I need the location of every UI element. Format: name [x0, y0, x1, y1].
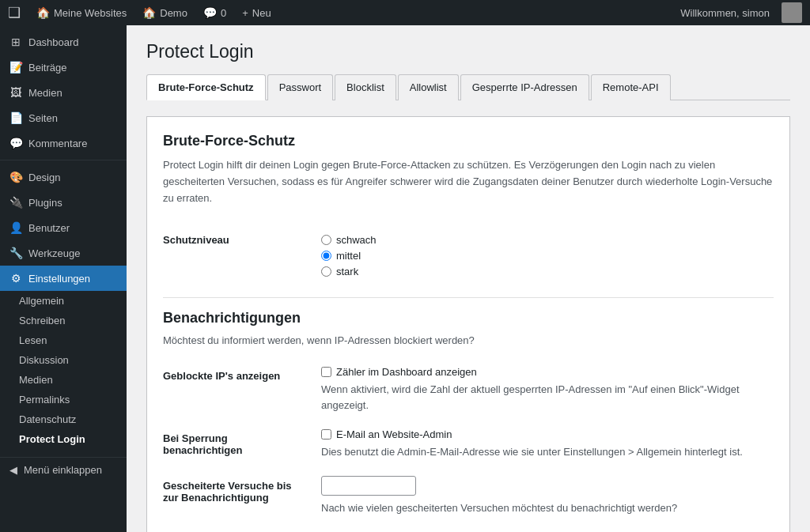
geblockte-ip-field: Zähler im Dashboard anzeigen Wenn aktivi…: [321, 358, 774, 421]
sidebar-item-dashboard[interactable]: ⊞ Dashboard: [0, 29, 127, 55]
brute-force-title: Brute-Force-Schutz: [163, 133, 774, 149]
geblockte-ip-row: Geblockte IP's anzeigen Zähler im Dashbo…: [163, 358, 774, 421]
sidebar-item-seiten[interactable]: 📄 Seiten: [0, 105, 127, 130]
zaehler-checkbox[interactable]: [321, 367, 331, 377]
comment-icon: 💬: [203, 6, 217, 19]
demo-home-icon: 🏠: [142, 6, 156, 19]
email-desc: Dies benutzt die Admin-E-Mail-Adresse wi…: [321, 444, 774, 460]
sidebar-sub-medien[interactable]: Medien: [0, 370, 127, 390]
tab-remote-api[interactable]: Remote-API: [591, 74, 671, 100]
schutzniveau-label: Schutzniveau: [163, 222, 321, 285]
sidebar-item-design[interactable]: 🎨 Design: [0, 164, 127, 190]
benachrichtigungen-desc: Möchtest du informiert werden, wenn IP-A…: [163, 334, 774, 346]
beitraege-icon: 📝: [9, 61, 22, 74]
tab-blocklist[interactable]: Blocklist: [335, 74, 396, 100]
form-table-notifications: Geblockte IP's anzeigen Zähler im Dashbo…: [163, 358, 774, 524]
einstellungen-icon: ⚙: [9, 272, 22, 285]
sidebar-item-benutzer[interactable]: 👤 Benutzer: [0, 215, 127, 240]
admin-bar-demo[interactable]: 🏠 Demo: [134, 0, 195, 25]
sidebar-sub-datenschutz[interactable]: Datenschutz: [0, 409, 127, 429]
sidebar-item-kommentare[interactable]: 💬 Kommentare: [0, 130, 127, 156]
gescheiterte-versuche-input[interactable]: 3: [321, 476, 416, 496]
email-checkbox[interactable]: [321, 429, 331, 440]
radio-stark[interactable]: stark: [321, 266, 774, 277]
zaehler-checkbox-row: Zähler im Dashboard anzeigen: [321, 366, 774, 378]
tab-passwort[interactable]: Passwort: [267, 74, 333, 100]
sidebar-item-medien[interactable]: 🖼 Medien: [0, 80, 127, 105]
zaehler-desc: Wenn aktiviert, wird die Zahl der aktuel…: [321, 382, 774, 413]
radio-group-schutzniveau: schwach mittel stark: [321, 230, 774, 277]
tab-brute-force[interactable]: Brute-Force-Schutz: [146, 74, 266, 100]
gescheiterte-versuche-label: Gescheiterte Versuche bis zur Benachrich…: [163, 468, 321, 524]
welcome-text: Willkommen, simon: [672, 7, 778, 19]
admin-bar-my-websites[interactable]: 🏠 Meine Websites: [28, 0, 134, 25]
sidebar-item-beitraege[interactable]: 📝 Beiträge: [0, 55, 127, 80]
dashboard-icon: ⊞: [9, 36, 22, 48]
radio-stark-input[interactable]: [321, 266, 331, 277]
home-icon: 🏠: [36, 6, 50, 19]
bei-sperrung-field: E-Mail an Website-Admin Dies benutzt die…: [321, 421, 774, 468]
sidebar-collapse-button[interactable]: ◀ Menü einklappen: [0, 457, 127, 482]
admin-bar-new[interactable]: + Neu: [234, 0, 278, 25]
tab-gesperrte-ip[interactable]: Gesperrte IP-Adressen: [460, 74, 589, 100]
bei-sperrung-label: Bei Sperrung benachrichtigen: [163, 421, 321, 468]
brute-force-desc: Protect Login hilft dir deinen Login geg…: [163, 157, 774, 206]
gescheiterte-versuche-row: Gescheiterte Versuche bis zur Benachrich…: [163, 468, 774, 524]
design-icon: 🎨: [9, 171, 22, 183]
admin-bar-right: Willkommen, simon: [672, 2, 802, 23]
sidebar-sub-protect-login[interactable]: Protect Login: [0, 429, 127, 449]
sidebar-item-plugins[interactable]: 🔌 Plugins: [0, 190, 127, 215]
email-checkbox-label: E-Mail an Website-Admin: [336, 428, 452, 440]
schutzniveau-field: schwach mittel stark: [321, 222, 774, 285]
separator-1: [163, 297, 774, 298]
schutzniveau-row: Schutzniveau schwach mittel: [163, 222, 774, 285]
sidebar-sub-lesen[interactable]: Lesen: [0, 330, 127, 350]
radio-schwach-input[interactable]: [321, 235, 331, 245]
layout: ⊞ Dashboard 📝 Beiträge 🖼 Medien 📄 Seiten…: [0, 25, 810, 532]
sidebar-sub-permalinks[interactable]: Permalinks: [0, 390, 127, 409]
sidebar-item-werkzeuge[interactable]: 🔧 Werkzeuge: [0, 240, 127, 266]
radio-schwach[interactable]: schwach: [321, 234, 774, 246]
sidebar-sub-schreiben[interactable]: Schreiben: [0, 311, 127, 330]
gescheiterte-versuche-field: 3 Nach wie vielen gescheiterten Versuche…: [321, 468, 774, 524]
geblockte-ip-label: Geblockte IP's anzeigen: [163, 358, 321, 421]
wp-logo-icon[interactable]: ❑: [8, 4, 21, 21]
gescheiterte-versuche-desc: Nach wie vielen gescheiterten Versuchen …: [321, 500, 774, 516]
kommentare-icon: 💬: [9, 137, 22, 149]
page-title: Protect Login: [146, 41, 790, 62]
sidebar-sub-diskussion[interactable]: Diskussion: [0, 350, 127, 370]
main-content: Protect Login Brute-Force-Schutz Passwor…: [127, 25, 810, 532]
content-panel: Brute-Force-Schutz Protect Login hilft d…: [146, 116, 790, 532]
radio-mittel[interactable]: mittel: [321, 250, 774, 262]
sidebar: ⊞ Dashboard 📝 Beiträge 🖼 Medien 📄 Seiten…: [0, 25, 127, 532]
sidebar-sub-allgemein[interactable]: Allgemein: [0, 291, 127, 311]
zaehler-checkbox-label: Zähler im Dashboard anzeigen: [336, 366, 477, 378]
avatar[interactable]: [782, 2, 802, 23]
benutzer-icon: 👤: [9, 221, 22, 234]
medien-icon: 🖼: [9, 86, 22, 99]
admin-bar: ❑ 🏠 Meine Websites 🏠 Demo 💬 0 + Neu Will…: [0, 0, 810, 25]
form-table: Schutzniveau schwach mittel: [163, 222, 774, 285]
email-checkbox-row: E-Mail an Website-Admin: [321, 428, 774, 440]
collapse-icon: ◀: [9, 464, 17, 476]
tabs: Brute-Force-Schutz Passwort Blocklist Al…: [146, 74, 790, 100]
admin-bar-comments[interactable]: 💬 0: [195, 0, 234, 25]
sidebar-divider-1: [0, 160, 127, 160]
sidebar-item-einstellungen[interactable]: ⚙ Einstellungen: [0, 266, 127, 291]
bei-sperrung-row: Bei Sperrung benachrichtigen E-Mail an W…: [163, 421, 774, 468]
plugins-icon: 🔌: [9, 196, 22, 209]
radio-mittel-input[interactable]: [321, 251, 331, 261]
werkzeuge-icon: 🔧: [9, 247, 22, 259]
benachrichtigungen-title: Benachrichtigungen: [163, 310, 774, 326]
tab-allowlist[interactable]: Allowlist: [398, 74, 459, 100]
seiten-icon: 📄: [9, 111, 22, 124]
